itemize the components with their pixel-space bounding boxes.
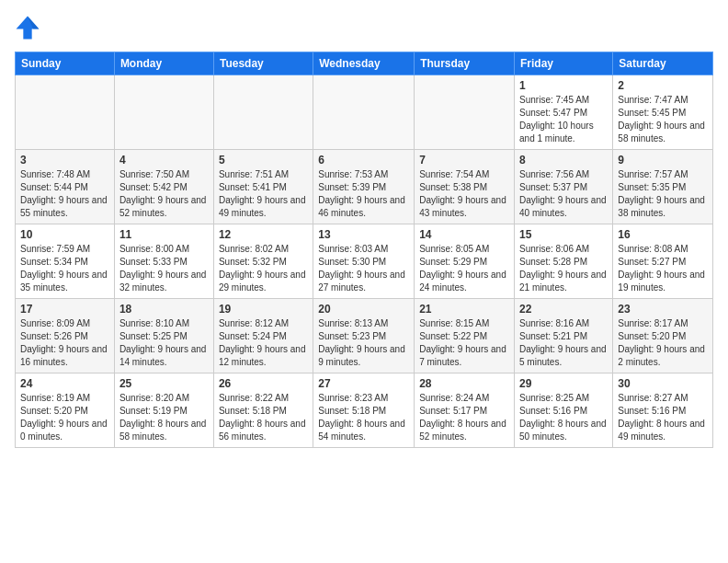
calendar-cell: 11Sunrise: 8:00 AM Sunset: 5:33 PM Dayli… bbox=[114, 224, 213, 299]
day-number: 15 bbox=[519, 228, 608, 241]
calendar-cell: 20Sunrise: 8:13 AM Sunset: 5:23 PM Dayli… bbox=[313, 299, 415, 373]
day-info: Sunrise: 8:20 AM Sunset: 5:19 PM Dayligh… bbox=[119, 392, 209, 443]
day-number: 30 bbox=[618, 377, 708, 390]
day-number: 21 bbox=[419, 303, 509, 316]
day-info: Sunrise: 8:05 AM Sunset: 5:29 PM Dayligh… bbox=[419, 243, 509, 294]
day-number: 29 bbox=[519, 377, 608, 390]
logo bbox=[15, 15, 44, 40]
calendar-cell: 10Sunrise: 7:59 AM Sunset: 5:34 PM Dayli… bbox=[16, 224, 115, 299]
day-number: 19 bbox=[219, 303, 308, 316]
day-number: 26 bbox=[219, 377, 308, 390]
calendar-cell: 26Sunrise: 8:22 AM Sunset: 5:18 PM Dayli… bbox=[213, 373, 313, 448]
day-number: 3 bbox=[20, 154, 109, 167]
day-number: 18 bbox=[119, 303, 209, 316]
day-number: 9 bbox=[618, 154, 708, 167]
weekday-header-saturday: Saturday bbox=[613, 52, 713, 75]
calendar-week-row: 10Sunrise: 7:59 AM Sunset: 5:34 PM Dayli… bbox=[16, 224, 713, 299]
day-number: 10 bbox=[20, 228, 109, 241]
header bbox=[15, 15, 713, 40]
day-info: Sunrise: 8:17 AM Sunset: 5:20 PM Dayligh… bbox=[618, 317, 708, 369]
logo-icon bbox=[15, 15, 40, 40]
calendar-cell: 28Sunrise: 8:24 AM Sunset: 5:17 PM Dayli… bbox=[415, 373, 515, 448]
day-number: 14 bbox=[419, 228, 509, 241]
calendar-cell: 14Sunrise: 8:05 AM Sunset: 5:29 PM Dayli… bbox=[415, 224, 515, 299]
day-info: Sunrise: 7:59 AM Sunset: 5:34 PM Dayligh… bbox=[20, 243, 109, 294]
calendar-week-row: 24Sunrise: 8:19 AM Sunset: 5:20 PM Dayli… bbox=[16, 373, 713, 448]
calendar-cell: 8Sunrise: 7:56 AM Sunset: 5:37 PM Daylig… bbox=[515, 150, 613, 224]
calendar-cell: 2Sunrise: 7:47 AM Sunset: 5:45 PM Daylig… bbox=[613, 75, 713, 150]
day-info: Sunrise: 7:53 AM Sunset: 5:39 PM Dayligh… bbox=[318, 168, 409, 220]
day-number: 23 bbox=[618, 303, 708, 316]
calendar: SundayMondayTuesdayWednesdayThursdayFrid… bbox=[15, 52, 713, 448]
calendar-cell: 3Sunrise: 7:48 AM Sunset: 5:44 PM Daylig… bbox=[16, 150, 115, 224]
weekday-header-tuesday: Tuesday bbox=[213, 52, 313, 75]
calendar-cell: 13Sunrise: 8:03 AM Sunset: 5:30 PM Dayli… bbox=[313, 224, 415, 299]
page: SundayMondayTuesdayWednesdayThursdayFrid… bbox=[0, 0, 728, 455]
weekday-header-thursday: Thursday bbox=[415, 52, 515, 75]
day-number: 16 bbox=[618, 228, 708, 241]
day-info: Sunrise: 8:00 AM Sunset: 5:33 PM Dayligh… bbox=[119, 243, 209, 294]
day-number: 25 bbox=[119, 377, 209, 390]
day-info: Sunrise: 8:25 AM Sunset: 5:16 PM Dayligh… bbox=[519, 392, 608, 443]
calendar-cell: 12Sunrise: 8:02 AM Sunset: 5:32 PM Dayli… bbox=[213, 224, 313, 299]
day-number: 8 bbox=[519, 154, 608, 167]
day-number: 20 bbox=[318, 303, 409, 316]
day-info: Sunrise: 8:12 AM Sunset: 5:24 PM Dayligh… bbox=[219, 317, 308, 369]
day-info: Sunrise: 8:22 AM Sunset: 5:18 PM Dayligh… bbox=[219, 392, 308, 443]
calendar-cell: 30Sunrise: 8:27 AM Sunset: 5:16 PM Dayli… bbox=[613, 373, 713, 448]
calendar-cell: 6Sunrise: 7:53 AM Sunset: 5:39 PM Daylig… bbox=[313, 150, 415, 224]
day-info: Sunrise: 8:10 AM Sunset: 5:25 PM Dayligh… bbox=[119, 317, 209, 369]
day-info: Sunrise: 8:13 AM Sunset: 5:23 PM Dayligh… bbox=[318, 317, 409, 369]
day-number: 2 bbox=[618, 79, 708, 92]
day-info: Sunrise: 8:27 AM Sunset: 5:16 PM Dayligh… bbox=[618, 392, 708, 443]
weekday-header-friday: Friday bbox=[515, 52, 613, 75]
day-number: 5 bbox=[219, 154, 308, 167]
calendar-cell: 16Sunrise: 8:08 AM Sunset: 5:27 PM Dayli… bbox=[613, 224, 713, 299]
day-info: Sunrise: 8:08 AM Sunset: 5:27 PM Dayligh… bbox=[618, 243, 708, 294]
calendar-week-row: 3Sunrise: 7:48 AM Sunset: 5:44 PM Daylig… bbox=[16, 150, 713, 224]
day-info: Sunrise: 8:03 AM Sunset: 5:30 PM Dayligh… bbox=[318, 243, 409, 294]
calendar-cell: 17Sunrise: 8:09 AM Sunset: 5:26 PM Dayli… bbox=[16, 299, 115, 373]
day-info: Sunrise: 7:57 AM Sunset: 5:35 PM Dayligh… bbox=[618, 168, 708, 220]
day-number: 24 bbox=[20, 377, 109, 390]
calendar-cell: 21Sunrise: 8:15 AM Sunset: 5:22 PM Dayli… bbox=[415, 299, 515, 373]
day-info: Sunrise: 8:09 AM Sunset: 5:26 PM Dayligh… bbox=[20, 317, 109, 369]
day-number: 22 bbox=[519, 303, 608, 316]
calendar-week-row: 17Sunrise: 8:09 AM Sunset: 5:26 PM Dayli… bbox=[16, 299, 713, 373]
day-info: Sunrise: 7:50 AM Sunset: 5:42 PM Dayligh… bbox=[119, 168, 209, 220]
day-number: 7 bbox=[419, 154, 509, 167]
day-info: Sunrise: 7:47 AM Sunset: 5:45 PM Dayligh… bbox=[618, 94, 708, 145]
calendar-cell: 24Sunrise: 8:19 AM Sunset: 5:20 PM Dayli… bbox=[16, 373, 115, 448]
calendar-cell: 23Sunrise: 8:17 AM Sunset: 5:20 PM Dayli… bbox=[613, 299, 713, 373]
weekday-header-sunday: Sunday bbox=[16, 52, 115, 75]
day-number: 17 bbox=[20, 303, 109, 316]
weekday-header-monday: Monday bbox=[114, 52, 213, 75]
calendar-cell bbox=[313, 75, 415, 150]
day-info: Sunrise: 8:02 AM Sunset: 5:32 PM Dayligh… bbox=[219, 243, 308, 294]
calendar-cell: 27Sunrise: 8:23 AM Sunset: 5:18 PM Dayli… bbox=[313, 373, 415, 448]
day-number: 27 bbox=[318, 377, 409, 390]
day-info: Sunrise: 8:23 AM Sunset: 5:18 PM Dayligh… bbox=[318, 392, 409, 443]
day-info: Sunrise: 7:56 AM Sunset: 5:37 PM Dayligh… bbox=[519, 168, 608, 220]
day-number: 12 bbox=[219, 228, 308, 241]
day-info: Sunrise: 7:45 AM Sunset: 5:47 PM Dayligh… bbox=[519, 94, 608, 145]
calendar-cell bbox=[213, 75, 313, 150]
calendar-cell bbox=[114, 75, 213, 150]
day-number: 4 bbox=[119, 154, 209, 167]
calendar-cell: 25Sunrise: 8:20 AM Sunset: 5:19 PM Dayli… bbox=[114, 373, 213, 448]
day-info: Sunrise: 8:24 AM Sunset: 5:17 PM Dayligh… bbox=[419, 392, 509, 443]
weekday-header-wednesday: Wednesday bbox=[313, 52, 415, 75]
day-info: Sunrise: 8:06 AM Sunset: 5:28 PM Dayligh… bbox=[519, 243, 608, 294]
day-number: 11 bbox=[119, 228, 209, 241]
day-info: Sunrise: 8:15 AM Sunset: 5:22 PM Dayligh… bbox=[419, 317, 509, 369]
calendar-cell: 4Sunrise: 7:50 AM Sunset: 5:42 PM Daylig… bbox=[114, 150, 213, 224]
calendar-cell: 19Sunrise: 8:12 AM Sunset: 5:24 PM Dayli… bbox=[213, 299, 313, 373]
calendar-week-row: 1Sunrise: 7:45 AM Sunset: 5:47 PM Daylig… bbox=[16, 75, 713, 150]
calendar-cell: 15Sunrise: 8:06 AM Sunset: 5:28 PM Dayli… bbox=[515, 224, 613, 299]
day-info: Sunrise: 7:54 AM Sunset: 5:38 PM Dayligh… bbox=[419, 168, 509, 220]
day-info: Sunrise: 7:51 AM Sunset: 5:41 PM Dayligh… bbox=[219, 168, 308, 220]
calendar-cell: 29Sunrise: 8:25 AM Sunset: 5:16 PM Dayli… bbox=[515, 373, 613, 448]
day-number: 13 bbox=[318, 228, 409, 241]
calendar-cell: 22Sunrise: 8:16 AM Sunset: 5:21 PM Dayli… bbox=[515, 299, 613, 373]
calendar-cell: 18Sunrise: 8:10 AM Sunset: 5:25 PM Dayli… bbox=[114, 299, 213, 373]
